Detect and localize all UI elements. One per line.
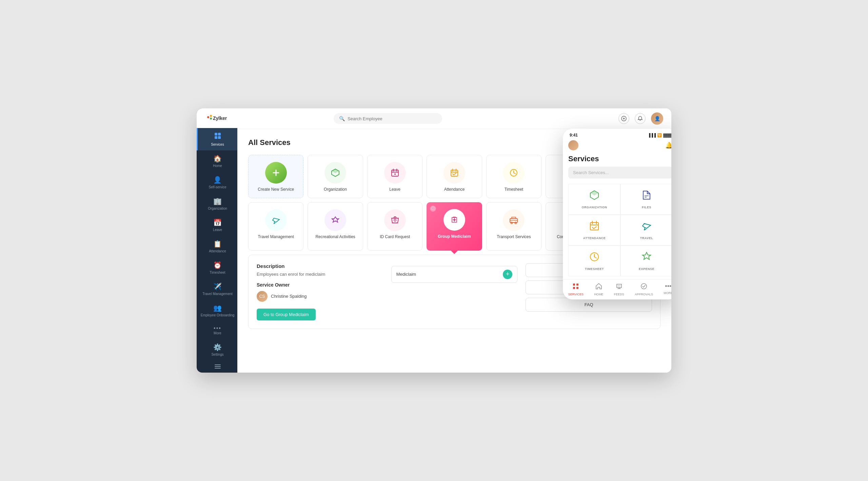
recreational-service-label: Recreational Activities (315, 234, 355, 240)
sidebar-item-services[interactable]: Services (197, 128, 237, 150)
create-icon (265, 162, 287, 184)
owner-title: Service Owner (257, 282, 383, 288)
mobile-service-expense[interactable]: EXPENSE (620, 246, 671, 276)
attendance-service-label: Attendance (444, 187, 465, 192)
mobile-org-icon (589, 190, 600, 203)
avatar-img: 👤 (651, 112, 663, 125)
sidebar-item-organization[interactable]: 🏢 Organization (197, 193, 237, 214)
mobile-service-attendance[interactable]: ATTENDANCE (568, 215, 620, 246)
notification-icon-btn[interactable] (635, 113, 646, 124)
goto-btn[interactable]: Go to Group Mediclaim (257, 309, 316, 320)
transport-icon-wrapper (503, 209, 525, 231)
svg-rect-7 (218, 136, 221, 139)
topbar-actions: 👤 (618, 112, 663, 125)
mobile-bottom-approvals-icon (640, 283, 647, 291)
mobile-bell-icon[interactable]: 🔔 (665, 142, 671, 149)
battery-icon: ▓▓▓ (663, 133, 671, 137)
sidebar-item-settings[interactable]: ⚙️ Settings (197, 339, 237, 360)
sidebar-item-home[interactable]: 🏠 Home (197, 150, 237, 172)
mobile-avatar[interactable] (568, 140, 578, 150)
sidebar-item-self-service[interactable]: 👤 Self-service (197, 172, 237, 193)
mobile-title: Services (563, 154, 671, 163)
sidebar-item-more[interactable]: ••• More (197, 321, 237, 339)
more-dots-icon: ••• (214, 325, 221, 331)
organization-service-card[interactable]: Organization (308, 155, 363, 198)
mobile-bottom-feeds-label: FEEDS (614, 293, 624, 296)
mobile-bottom-services[interactable]: SERVICES (568, 283, 584, 296)
sidebar-settings-label: Settings (211, 353, 223, 356)
sidebar: Zylker Services 🏠 Home 👤 Self-service (197, 108, 237, 373)
sidebar-item-timesheet[interactable]: ⏰ Timesheet (197, 257, 237, 278)
mobile-bottom-more-icon: ••• (665, 283, 671, 290)
svg-rect-52 (573, 284, 575, 286)
mediclaim-tag[interactable]: Mediclaim + (391, 266, 518, 283)
mobile-bottom-home-icon (595, 283, 602, 291)
travel-service-label: Travel Management (258, 234, 294, 240)
sidebar-item-hamburger[interactable] (197, 360, 237, 373)
sidebar-home-label: Home (213, 164, 222, 168)
mobile-service-travel[interactable]: TRAVEL (620, 215, 671, 246)
mediclaim-icon-wrapper (443, 209, 465, 231)
org-icon: 🏢 (213, 197, 222, 205)
sidebar-item-leave[interactable]: 📅 Leave (197, 214, 237, 236)
page-title: All Services (248, 138, 291, 147)
group-mediclaim-service-card[interactable]: ⓘ Group Mediclaim (427, 202, 482, 251)
sidebar-item-travel[interactable]: ✈️ Travel Management (197, 278, 237, 300)
search-input[interactable] (348, 116, 437, 121)
svg-rect-55 (576, 287, 578, 289)
svg-point-56 (618, 286, 618, 286)
sidebar-leave-label: Leave (213, 228, 222, 232)
timesheet-service-card[interactable]: Timesheet (486, 155, 541, 198)
user-avatar[interactable]: 👤 (651, 112, 663, 125)
sidebar-item-attendance[interactable]: 📋 Attendance (197, 236, 237, 257)
app-container: Zylker Services 🏠 Home 👤 Self-service (197, 108, 671, 373)
mobile-service-timesheet[interactable]: TIMESHEET (568, 246, 620, 276)
mobile-service-files[interactable]: FILES (620, 184, 671, 215)
sidebar-self-service-label: Self-service (209, 185, 226, 189)
mobile-bottom-more[interactable]: ••• MORE (664, 283, 671, 296)
id-card-service-card[interactable]: ID Card Request (367, 202, 422, 251)
topbar: 🔍 👤 (237, 108, 671, 129)
description-text: Employees can enrol for mediclaim (257, 272, 383, 277)
mobile-timesheet-label: TIMESHEET (585, 267, 604, 271)
detail-middle-section: Mediclaim + (391, 263, 518, 320)
sidebar-bottom: ••• More ⚙️ Settings (197, 321, 237, 373)
attendance-icon: 📋 (213, 240, 222, 248)
create-new-service-label: Create New Service (258, 187, 294, 192)
add-icon-btn[interactable] (618, 113, 629, 124)
svg-rect-6 (215, 136, 217, 139)
mobile-bottom-home[interactable]: HOME (594, 283, 603, 296)
mobile-bottom-approvals-label: APPROVALS (635, 293, 653, 296)
mobile-signal: ▐▐▐ 🛜 ▓▓▓ (648, 133, 671, 138)
owner-info: CS Christine Spalding (257, 291, 383, 302)
svg-point-31 (394, 219, 396, 221)
svg-rect-34 (510, 218, 517, 223)
mobile-search-placeholder: Search Services... (573, 170, 609, 175)
attendance-service-card[interactable]: Attendance (427, 155, 482, 198)
mobile-timesheet-icon (589, 251, 600, 265)
settings-icon: ⚙️ (213, 343, 222, 351)
mobile-service-organization[interactable]: ORGANIZATION (568, 184, 620, 215)
add-mediclaim-btn[interactable]: + (503, 270, 512, 279)
mobile-bottom-feeds-icon (616, 283, 623, 291)
mobile-search[interactable]: Search Services... (568, 167, 671, 179)
mobile-bottom-feeds[interactable]: FEEDS (614, 283, 624, 296)
recreational-service-card[interactable]: Recreational Activities (308, 202, 363, 251)
create-new-service-card[interactable]: Create New Service (248, 155, 303, 198)
mediclaim-tag-label: Mediclaim (396, 272, 416, 277)
sidebar-item-employee-onboarding[interactable]: 👥 Employee Onboarding (197, 300, 237, 321)
leave-service-card[interactable]: Leave (367, 155, 422, 198)
recreational-icon-wrapper (324, 209, 346, 231)
logo-area: Zylker (197, 108, 237, 128)
travel-icon: ✈️ (213, 283, 222, 291)
svg-rect-13 (392, 170, 398, 176)
owner-name: Christine Spalding (271, 294, 307, 299)
search-box[interactable]: 🔍 (334, 113, 442, 124)
transport-service-card[interactable]: Transport Services (486, 202, 541, 251)
faq-btn[interactable]: FAQ (526, 298, 652, 312)
mobile-grid: ORGANIZATION FILES (568, 184, 671, 276)
mobile-bottom-approvals[interactable]: APPROVALS (635, 283, 653, 296)
mobile-files-icon (641, 190, 652, 203)
mobile-header: 🔔 (563, 138, 671, 154)
travel-service-card[interactable]: Travel Management (248, 202, 303, 251)
